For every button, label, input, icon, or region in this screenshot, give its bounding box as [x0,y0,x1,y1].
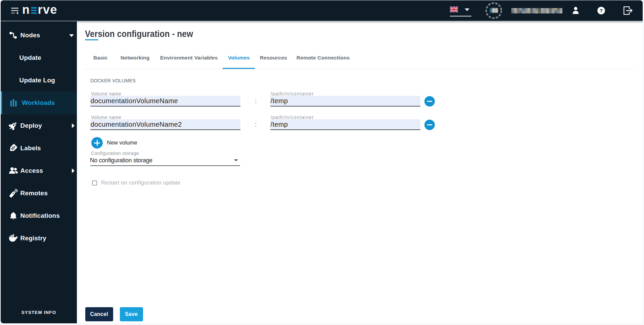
svg-text:?: ? [600,8,603,13]
